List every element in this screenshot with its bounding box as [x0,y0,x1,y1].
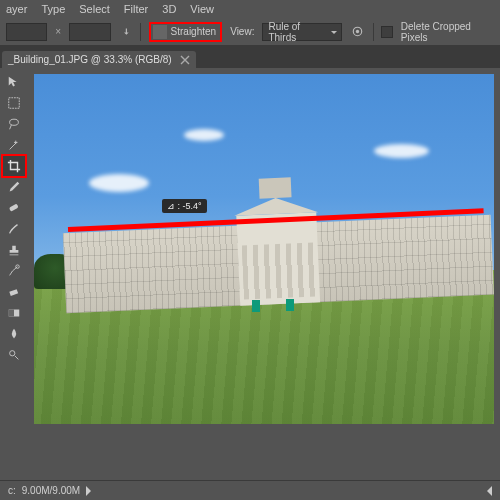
heal-tool[interactable] [3,198,25,218]
menu-3d[interactable]: 3D [162,3,176,15]
history-brush-tool[interactable] [3,261,25,281]
angle-indicator: ⊿ : -5.4° [162,199,207,213]
swap-dimensions-icon[interactable] [119,25,132,39]
stamp-tool[interactable] [3,240,25,260]
view-label: View: [230,26,254,37]
eyedropper-tool[interactable] [3,177,25,197]
close-tab-icon[interactable] [180,55,190,65]
options-bar: × Straighten View: Rule of Thirds Delete… [0,18,500,46]
menu-select[interactable]: Select [79,3,110,15]
document-tab[interactable]: _Building_01.JPG @ 33.3% (RGB/8) [2,51,196,68]
ruler-icon [153,25,167,39]
x-separator: × [55,26,61,37]
angle-value: ⊿ : -5.4° [167,201,202,211]
crop-width-field[interactable] [6,23,47,41]
image-portacabin [252,300,260,312]
doc-label: c: [8,485,16,496]
image-cloud [89,174,149,192]
svg-point-9 [10,351,15,356]
overlay-options-icon[interactable] [350,24,365,40]
status-bar: c: 9.00M/9.00M [0,480,500,500]
svg-rect-8 [9,310,14,317]
dodge-tool[interactable] [3,345,25,365]
crop-tool[interactable] [3,156,25,176]
svg-point-1 [355,30,358,33]
eraser-tool[interactable] [3,282,25,302]
image-cloud [374,144,429,158]
brush-tool[interactable] [3,219,25,239]
gradient-tool[interactable] [3,303,25,323]
delete-cropped-label: Delete Cropped Pixels [401,21,494,43]
overlay-value: Rule of Thirds [268,21,326,43]
doc-size: 9.00M/9.00M [22,485,80,496]
separator [373,23,374,41]
tool-palette [0,68,28,480]
menu-type[interactable]: Type [41,3,65,15]
image-canvas[interactable]: ⊿ : -5.4° [34,74,494,424]
delete-cropped-checkbox[interactable] [381,26,392,38]
overlay-dropdown[interactable]: Rule of Thirds [262,23,341,41]
menu-layer[interactable]: ayer [6,3,27,15]
document-tab-bar: _Building_01.JPG @ 33.3% (RGB/8) [0,46,500,68]
svg-point-3 [10,119,19,125]
straighten-button[interactable]: Straighten [149,22,223,42]
blur-tool[interactable] [3,324,25,344]
marquee-tool[interactable] [3,93,25,113]
menu-bar: ayer Type Select Filter 3D View [0,0,500,18]
straighten-label: Straighten [171,26,217,37]
workspace: ⊿ : -5.4° [0,68,500,480]
wand-tool[interactable] [3,135,25,155]
scroll-left-icon[interactable] [482,486,492,496]
status-flyout-icon[interactable] [86,486,96,496]
tab-title: _Building_01.JPG @ 33.3% (RGB/8) [8,54,172,65]
svg-rect-6 [9,289,18,296]
move-tool[interactable] [3,72,25,92]
crop-height-field[interactable] [69,23,110,41]
separator [140,23,141,41]
svg-rect-4 [9,204,19,212]
image-portacabin [286,299,294,311]
lasso-tool[interactable] [3,114,25,134]
canvas-area[interactable]: ⊿ : -5.4° [28,68,500,480]
image-cloud [184,129,224,141]
svg-rect-2 [9,98,20,109]
menu-view[interactable]: View [190,3,214,15]
menu-filter[interactable]: Filter [124,3,148,15]
